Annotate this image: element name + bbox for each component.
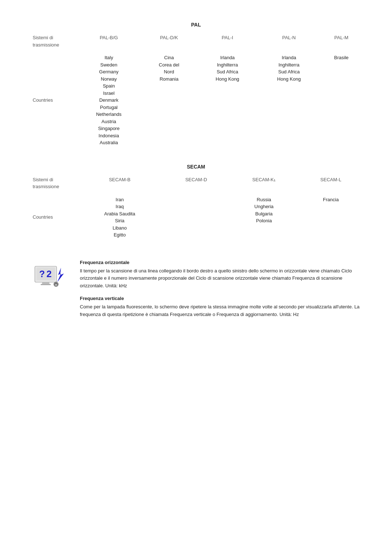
freq-orizzontale-text: Il tempo per la scansione di una linea c… [80, 267, 363, 290]
svg-marker-6 [57, 268, 64, 282]
pal-col-n: PAL-N [258, 31, 320, 51]
pal-countries-bg: Italy Sweden Germany Norway Spain Israel… [76, 51, 142, 149]
pal-countries-m: Brasile [320, 51, 363, 149]
secam-col-l: SECAM-L [299, 173, 363, 193]
secam-col-k1: SECAM-K₁ [229, 173, 299, 193]
info-text-container: Frequenza orizzontale Il tempo per la sc… [80, 260, 363, 324]
pal-countries-dk: Cina Corea del Nord Romania [142, 51, 197, 149]
pal-table: Sistemi di trasmissione PAL-B/G PAL-D/K … [29, 31, 363, 149]
secam-countries-label: Countries [29, 193, 76, 242]
svg-rect-3 [41, 284, 51, 285]
svg-text:?: ? [39, 269, 45, 279]
freq-verticale-text: Come per la lampada fluorescente, lo sch… [80, 303, 363, 319]
secam-col-b: SECAM-B [76, 173, 163, 193]
pal-col-dk: PAL-D/K [142, 31, 197, 51]
pal-col-m: PAL-M [320, 31, 363, 51]
secam-col-d: SECAM-D [163, 173, 229, 193]
pal-systems-label: Sistemi di trasmissione [29, 31, 76, 51]
secam-countries-l: Francia [299, 193, 363, 242]
secam-countries-b: Iran Iraq Arabia Saudita Siria Libano Eg… [76, 193, 163, 242]
freq-verticale-heading: Frequenza verticale [80, 296, 363, 301]
pal-col-i: PAL-I [197, 31, 258, 51]
monitor-icon: ? 2 [33, 263, 69, 292]
secam-countries-k1: Russia Ungheria Bulgaria Polonia [229, 193, 299, 242]
pal-section: PAL Sistemi di trasmissione PAL-B/G PAL-… [29, 22, 363, 149]
secam-countries-d [163, 193, 229, 242]
secam-systems-label: Sistemi di trasmissione [29, 173, 76, 193]
secam-title: SECAM [29, 164, 363, 170]
pal-countries-n: Irlanda Inghilterra Sud Africa Hong Kong [258, 51, 320, 149]
pal-countries-label: Countries [29, 51, 76, 149]
info-icon-container: ? 2 [29, 260, 73, 324]
info-section: ? 2 Frequenza orizzontale Il tempo per l… [29, 260, 363, 324]
secam-table: Sistemi di trasmissione SECAM-B SECAM-D … [29, 173, 363, 242]
freq-orizzontale-heading: Frequenza orizzontale [80, 260, 363, 265]
svg-rect-2 [42, 282, 49, 284]
pal-title: PAL [29, 22, 363, 28]
svg-text:2: 2 [46, 269, 52, 279]
pal-col-bg: PAL-B/G [76, 31, 142, 51]
pal-countries-i: Irlanda Inghilterra Sud Africa Hong Kong [197, 51, 258, 149]
secam-section: SECAM Sistemi di trasmissione SECAM-B SE… [29, 164, 363, 242]
